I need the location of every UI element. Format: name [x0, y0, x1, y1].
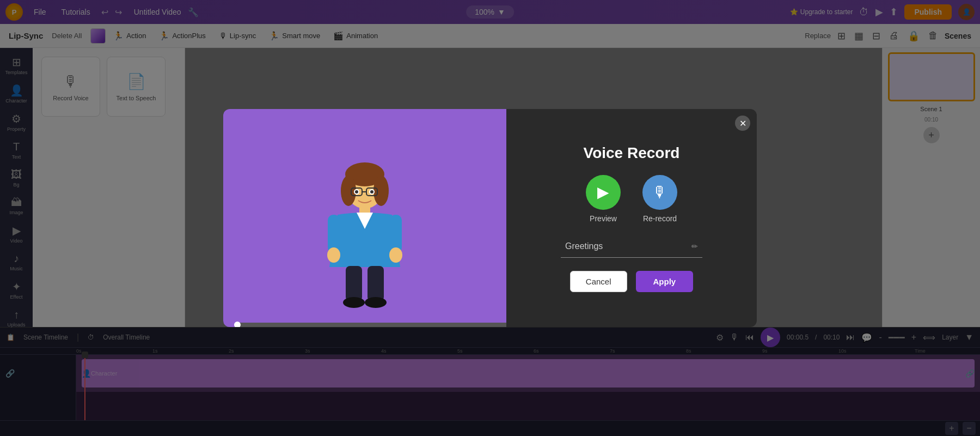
modal-action-buttons: ▶ Preview 🎙 Re-record [586, 175, 677, 223]
edit-icon[interactable]: ✏ [691, 242, 698, 251]
svg-rect-16 [346, 266, 362, 301]
video-progress-bar[interactable] [223, 323, 506, 327]
rerecord-col: 🎙 Re-record [642, 175, 677, 223]
svg-rect-13 [390, 215, 402, 253]
svg-point-10 [370, 190, 373, 193]
voice-name-value: Greetings [565, 241, 603, 251]
rerecord-label: Re-record [643, 214, 677, 223]
modal-title: Voice Record [584, 144, 680, 162]
voice-name-field[interactable]: Greetings ✏ [561, 236, 702, 258]
modal-controls: Voice Record ▶ Preview 🎙 Re-record Greet… [506, 109, 757, 327]
apply-button[interactable]: Apply [636, 271, 694, 292]
svg-point-15 [389, 247, 402, 263]
modal-video-preview [223, 109, 506, 327]
cancel-button[interactable]: Cancel [570, 271, 627, 292]
rerecord-button[interactable]: 🎙 [642, 175, 677, 210]
svg-point-3 [373, 175, 389, 206]
modal-overlay: ✕ [0, 0, 980, 436]
character-svg [321, 158, 408, 311]
svg-point-19 [365, 297, 387, 308]
svg-rect-17 [367, 266, 384, 301]
modal-close-button[interactable]: ✕ [735, 116, 750, 131]
preview-label: Preview [590, 214, 617, 223]
svg-rect-12 [328, 215, 340, 253]
svg-point-2 [341, 175, 356, 206]
preview-col: ▶ Preview [586, 175, 621, 223]
svg-point-14 [327, 247, 340, 263]
preview-button[interactable]: ▶ [586, 175, 621, 210]
video-progress-fill [223, 323, 237, 327]
modal-action-btns: Cancel Apply [570, 271, 693, 292]
svg-point-18 [343, 297, 365, 308]
progress-dot [234, 322, 241, 327]
voice-record-modal: ✕ [223, 109, 757, 327]
svg-point-9 [355, 190, 358, 193]
